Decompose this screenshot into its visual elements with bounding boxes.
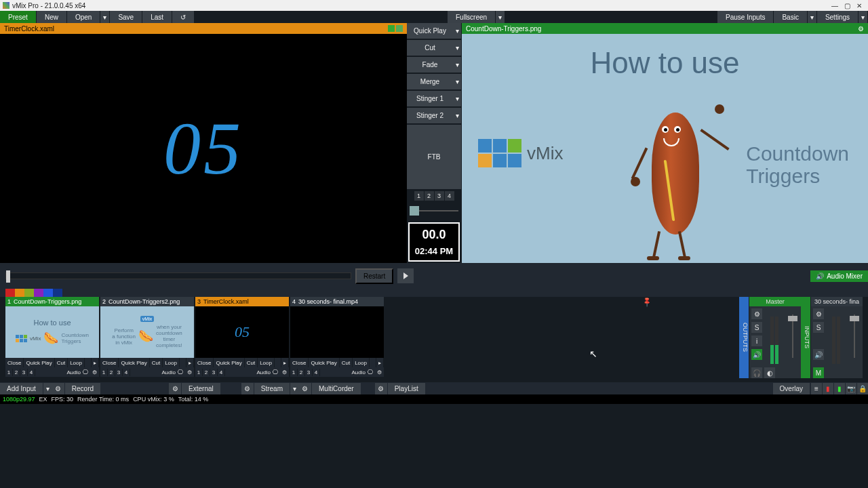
master-gear-icon[interactable] [751, 308, 762, 319]
input-cut-button[interactable]: Cut [150, 358, 163, 367]
stream-gear-icon[interactable] [241, 383, 254, 394]
ftb-button[interactable]: FTB [407, 125, 461, 189]
color-navy[interactable] [53, 289, 62, 297]
master-speaker-icon[interactable]: 🔊 [751, 349, 762, 360]
save-button[interactable]: Save [110, 11, 142, 23]
input-play-icon[interactable]: ▸ [92, 358, 99, 367]
maximize-icon[interactable]: ▢ [841, 2, 853, 9]
audio-mixer-tab[interactable]: 🔊 Audio Mixer [810, 270, 868, 282]
external-button[interactable]: External [182, 383, 220, 394]
fade-dd-icon[interactable]: ▾ [453, 57, 461, 73]
input-card[interactable]: 430 seconds- final.mp4CloseQuick PlayCut… [290, 297, 384, 382]
basic-dropdown-icon[interactable]: ▾ [808, 11, 816, 23]
stinger2-dd-icon[interactable]: ▾ [453, 108, 461, 123]
input-cut-button[interactable]: Cut [55, 358, 68, 367]
playlist-gear-icon[interactable] [375, 383, 387, 394]
input-close-button[interactable]: Close [100, 358, 119, 367]
master-s-button[interactable]: S [751, 322, 762, 333]
tbar-handle-icon[interactable] [410, 206, 419, 216]
input-overlay-3[interactable]: 3 [210, 369, 218, 376]
input-audio-button[interactable]: Audio [162, 369, 176, 375]
input-overlay-4[interactable]: 4 [28, 369, 35, 376]
input-quickplay-button[interactable]: Quick Play [119, 358, 149, 367]
input-loop-button[interactable]: Loop [353, 358, 370, 367]
inputs-tab[interactable]: INPUTS [801, 297, 810, 378]
input-play-icon[interactable]: ▸ [376, 358, 384, 367]
master-dim-icon[interactable]: ◐ [764, 367, 775, 378]
input-cut-button[interactable]: Cut [340, 358, 353, 367]
add-input-dd-icon[interactable]: ▾ [43, 383, 52, 394]
ch2-fader[interactable] [848, 308, 861, 364]
tpreset-3[interactable]: 3 [435, 191, 444, 201]
playlist-button[interactable]: PlayList [388, 383, 425, 394]
input-overlay-1[interactable]: 1 [290, 369, 298, 376]
preview-indicator-1-icon[interactable] [388, 25, 395, 32]
input-quickplay-button[interactable]: Quick Play [309, 358, 339, 367]
input-cut-button[interactable]: Cut [245, 358, 258, 367]
merge-button[interactable]: Merge [407, 74, 453, 89]
close-icon[interactable]: ✕ [853, 2, 865, 9]
input-thumbnail[interactable]: How to usevMix🌭CountdownTriggers [5, 306, 99, 358]
input-close-button[interactable]: Close [290, 358, 309, 367]
input-loop-button[interactable]: Loop [163, 358, 180, 367]
input-loop-button[interactable]: Loop [258, 358, 275, 367]
input-overlay-4[interactable]: 4 [313, 369, 320, 376]
color-orange[interactable] [15, 289, 24, 297]
input-play-icon[interactable]: ▸ [186, 358, 194, 367]
input-overlay-4[interactable]: 4 [218, 369, 225, 376]
input-overlay-2[interactable]: 2 [13, 369, 20, 376]
fullscreen-dropdown-icon[interactable]: ▾ [496, 11, 505, 23]
input-overlay-4[interactable]: 4 [123, 369, 130, 376]
green-box-icon[interactable]: ▮ [834, 383, 845, 394]
undo-icon[interactable]: ↺ [172, 11, 194, 23]
quickplay-button[interactable]: Quick Play [407, 23, 453, 39]
new-button[interactable]: New [37, 11, 66, 23]
settings-button[interactable]: Settings [817, 11, 858, 23]
cut-button[interactable]: Cut [407, 40, 453, 56]
input-thumbnail[interactable]: 05 [195, 306, 289, 358]
lock-icon[interactable]: 🔒 [857, 383, 868, 394]
input-overlay-2[interactable]: 2 [108, 369, 115, 376]
input-loop-button[interactable]: Loop [68, 358, 85, 367]
input-screen-icon[interactable]: 🖵 [176, 369, 185, 375]
list-icon[interactable]: ≡ [811, 383, 822, 394]
tpreset-4[interactable]: 4 [445, 191, 454, 201]
input-gear-icon[interactable] [375, 369, 384, 375]
minimize-icon[interactable]: — [829, 2, 841, 9]
ch2-s-button[interactable]: S [813, 322, 824, 333]
master-fader[interactable] [787, 308, 799, 364]
merge-dd-icon[interactable]: ▾ [453, 74, 461, 89]
fade-button[interactable]: Fade [407, 57, 453, 73]
input-card[interactable]: 1CountDown-Triggers.pngHow to usevMix🌭Co… [5, 297, 99, 382]
stream-button[interactable]: Stream [254, 383, 290, 394]
pin-icon[interactable]: 📌 [642, 296, 652, 307]
color-purple[interactable] [34, 289, 43, 297]
input-audio-button[interactable]: Audio [67, 369, 81, 375]
input-close-button[interactable]: Close [195, 358, 214, 367]
multicorder-button[interactable]: MultiCorder [312, 383, 361, 394]
last-button[interactable]: Last [142, 11, 172, 23]
stinger2-button[interactable]: Stinger 2 [407, 108, 453, 123]
outputs-tab[interactable]: OUTPUTS [739, 297, 749, 378]
input-card[interactable]: 3TimerClock.xaml05CloseQuick PlayCutLoop… [195, 297, 289, 382]
input-audio-button[interactable]: Audio [257, 369, 271, 375]
preview-viewport[interactable]: 05 [0, 34, 407, 263]
input-thumbnail[interactable]: vMixPerforma functionin vMix🌭when yourco… [100, 306, 194, 358]
input-overlay-2[interactable]: 2 [203, 369, 210, 376]
add-input-button[interactable]: Add Input [0, 383, 43, 394]
master-headphone-icon[interactable]: 🎧 [751, 367, 762, 378]
input-overlay-1[interactable]: 1 [195, 369, 203, 376]
input-audio-button[interactable]: Audio [352, 369, 366, 375]
timeline-track[interactable] [5, 272, 351, 279]
input-screen-icon[interactable]: 🖵 [81, 369, 90, 375]
input-quickplay-button[interactable]: Quick Play [214, 358, 244, 367]
input-close-button[interactable]: Close [5, 358, 24, 367]
basic-button[interactable]: Basic [774, 11, 806, 23]
input-thumbnail[interactable] [290, 306, 384, 358]
stinger1-dd-icon[interactable]: ▾ [453, 91, 461, 106]
cut-dd-icon[interactable]: ▾ [453, 40, 461, 56]
color-green[interactable] [24, 289, 34, 297]
tpreset-1[interactable]: 1 [414, 191, 424, 201]
camera-icon[interactable]: 📷 [846, 383, 856, 394]
ch2-speaker-icon[interactable]: 🔊 [813, 349, 824, 360]
